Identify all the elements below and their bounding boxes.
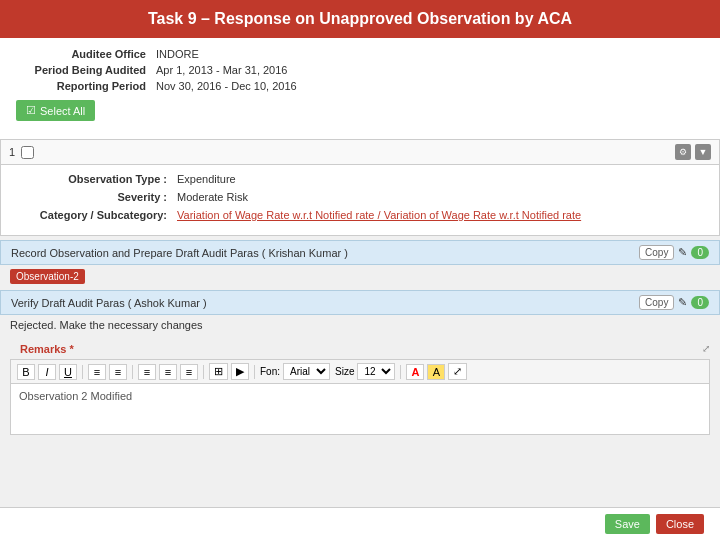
align-right-button[interactable]: ≡: [180, 364, 198, 380]
align-center-button[interactable]: ≡: [159, 364, 177, 380]
italic-button[interactable]: I: [38, 364, 56, 380]
page-title: Task 9 – Response on Unapproved Observat…: [0, 0, 720, 38]
toolbar-sep-4: [254, 365, 255, 379]
select-all-checkbox-icon: ☑: [26, 104, 36, 117]
observation-tag-row: Observation-2: [0, 265, 720, 288]
observation-details: Observation Type : Expenditure Severity …: [1, 165, 719, 235]
remarks-expand-icon: ⤢: [702, 343, 710, 354]
record-section-label: Record Observation and Prepare Draft Aud…: [11, 247, 348, 259]
fullscreen-button[interactable]: ⤢: [448, 363, 467, 380]
record-copy-button[interactable]: Copy: [639, 245, 674, 260]
observation-actions: ⚙ ▼: [675, 144, 711, 160]
observation-number: 1: [9, 146, 15, 158]
size-label: Size: [335, 366, 354, 377]
save-button[interactable]: Save: [605, 514, 650, 534]
reporting-period-value: Nov 30, 2016 - Dec 10, 2016: [156, 80, 297, 92]
rejected-text: Rejected. Make the necessary changes: [0, 315, 720, 335]
obs-type-label: Observation Type :: [17, 173, 177, 185]
obs-type-row: Observation Type : Expenditure: [17, 173, 703, 185]
font-color-button[interactable]: A: [406, 364, 424, 380]
verify-section-bar: Verify Draft Audit Paras ( Ashok Kumar )…: [0, 290, 720, 315]
record-edit-icon: ✎: [678, 246, 687, 259]
media-button[interactable]: ▶: [231, 363, 249, 380]
verify-copy-button[interactable]: Copy: [639, 295, 674, 310]
obs-settings-btn[interactable]: ⚙: [675, 144, 691, 160]
obs-category-value[interactable]: Variation of Wage Rate w.r.t Notified ra…: [177, 209, 581, 221]
close-button[interactable]: Close: [656, 514, 704, 534]
period-audited-label: Period Being Audited: [16, 64, 156, 76]
auditee-office-label: Auditee Office: [16, 48, 156, 60]
toolbar-sep-2: [132, 365, 133, 379]
underline-button[interactable]: U: [59, 364, 77, 380]
verify-section-label: Verify Draft Audit Paras ( Ashok Kumar ): [11, 297, 207, 309]
ordered-list-button[interactable]: ≡: [88, 364, 106, 380]
obs-severity-value: Moderate Risk: [177, 191, 248, 203]
editor-container: B I U ≡ ≡ ≡ ≡ ≡ ⊞ ▶ Fon: Arial Size 12 A…: [10, 359, 710, 435]
align-left-button[interactable]: ≡: [138, 364, 156, 380]
remarks-label: Remarks *: [10, 339, 84, 357]
record-section-actions: Copy ✎ 0: [639, 245, 709, 260]
obs-expand-btn[interactable]: ▼: [695, 144, 711, 160]
obs-category-label: Category / Subcategory:: [17, 209, 177, 221]
size-select[interactable]: 12: [357, 363, 395, 380]
period-audited-value: Apr 1, 2013 - Mar 31, 2016: [156, 64, 287, 76]
obs-category-row: Category / Subcategory: Variation of Wag…: [17, 209, 703, 221]
verify-edit-icon: ✎: [678, 296, 687, 309]
toolbar-sep-1: [82, 365, 83, 379]
verify-badge: 0: [691, 296, 709, 309]
reporting-period-row: Reporting Period Nov 30, 2016 - Dec 10, …: [16, 80, 704, 92]
bold-button[interactable]: B: [17, 364, 35, 380]
observation-header: 1 ⚙ ▼: [1, 140, 719, 165]
obs-type-value: Expenditure: [177, 173, 236, 185]
period-audited-row: Period Being Audited Apr 1, 2013 - Mar 3…: [16, 64, 704, 76]
observation-tag: Observation-2: [10, 269, 85, 284]
editor-toolbar: B I U ≡ ≡ ≡ ≡ ≡ ⊞ ▶ Fon: Arial Size 12 A…: [11, 360, 709, 384]
record-section-bar: Record Observation and Prepare Draft Aud…: [0, 240, 720, 265]
auditee-office-value: INDORE: [156, 48, 199, 60]
record-badge: 0: [691, 246, 709, 259]
font-select[interactable]: Arial: [283, 363, 330, 380]
select-all-button[interactable]: ☑ Select All: [16, 100, 95, 121]
toolbar-sep-3: [203, 365, 204, 379]
footer-bar: Save Close: [0, 507, 720, 540]
editor-area[interactable]: Observation 2 Modified: [11, 384, 709, 434]
font-label: Fon:: [260, 366, 280, 377]
obs-severity-label: Severity :: [17, 191, 177, 203]
toolbar-sep-5: [400, 365, 401, 379]
remarks-row: Remarks * ⤢: [0, 335, 720, 359]
verify-section-actions: Copy ✎ 0: [639, 295, 709, 310]
auditee-office-row: Auditee Office INDORE: [16, 48, 704, 60]
observation-block: 1 ⚙ ▼ Observation Type : Expenditure Sev…: [0, 139, 720, 236]
reporting-period-label: Reporting Period: [16, 80, 156, 92]
highlight-button[interactable]: A: [427, 364, 445, 380]
observation-checkbox[interactable]: [21, 146, 34, 159]
obs-severity-row: Severity : Moderate Risk: [17, 191, 703, 203]
table-button[interactable]: ⊞: [209, 363, 228, 380]
unordered-list-button[interactable]: ≡: [109, 364, 127, 380]
select-all-label: Select All: [40, 105, 85, 117]
